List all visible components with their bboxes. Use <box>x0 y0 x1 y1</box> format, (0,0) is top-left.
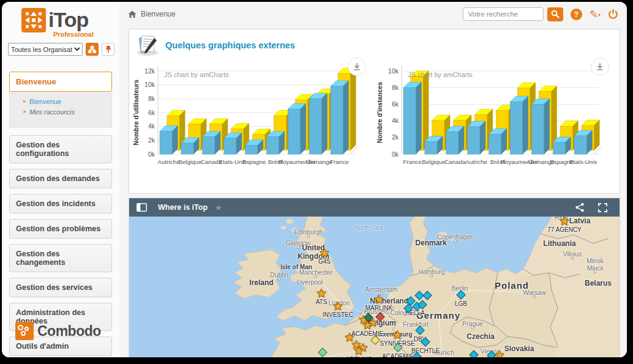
sidebar-group[interactable]: Gestion des demandes <box>9 169 112 188</box>
combodo-icon <box>15 322 34 340</box>
svg-text:6k: 6k <box>148 109 155 116</box>
map-label: Liverpool <box>297 278 323 286</box>
map-label: Isle of Man <box>280 264 312 270</box>
map-marker-diamond[interactable] <box>393 343 403 352</box>
organization-select[interactable]: Toutes les Organisation <box>8 43 83 56</box>
map-label: Latvia <box>569 217 591 225</box>
map-marker-diamond[interactable] <box>421 337 430 347</box>
svg-text:0k: 0k <box>391 150 399 158</box>
map-marker-star[interactable]: ★ <box>319 247 329 259</box>
map-title: Where is iTop <box>158 203 208 212</box>
chart-download-button[interactable] <box>591 58 609 76</box>
map-label: Copenhagen <box>437 233 474 240</box>
content: Quelques graphiques externes <box>129 29 620 357</box>
map-label: Hamburg <box>418 268 444 275</box>
search-input[interactable] <box>463 7 544 21</box>
fullscreen-icon[interactable] <box>598 203 607 212</box>
combodo-logo: Combodo <box>15 322 101 340</box>
map-marker-star[interactable]: ★ <box>373 294 384 305</box>
svg-text:Belgique: Belgique <box>422 158 446 165</box>
map-marker-diamond[interactable] <box>415 325 425 335</box>
power-icon[interactable] <box>608 9 618 20</box>
search-button[interactable] <box>547 7 563 21</box>
sidebar-group[interactable]: Gestion des incidents <box>9 194 112 214</box>
sidebar-group[interactable]: Gestion des problèmes <box>9 219 112 239</box>
svg-text:2k: 2k <box>148 136 155 144</box>
svg-text:12k: 12k <box>144 67 155 75</box>
chart-svg: 0k2k4k6k8k10kJS chart by amChartsFranceB… <box>375 58 616 186</box>
svg-text:Nombre d'instances: Nombre d'instances <box>376 82 383 143</box>
edit-menu-icon[interactable]: ✎▾ <box>590 8 601 21</box>
marker-label: ACADEMIE <box>382 353 414 358</box>
svg-text:Etats-Unis: Etats-Unis <box>569 158 596 165</box>
sidebar-submenu: ▸Bienvenue▸Mes raccourcis <box>9 92 112 128</box>
sidebar-item-bienvenue[interactable]: Bienvenue <box>9 72 112 92</box>
marker-label: LGB <box>455 300 467 307</box>
map-label: Frankfurt <box>403 321 429 328</box>
map-panel: Where is iTop ★ <box>129 198 620 357</box>
map-label: Glasgow <box>286 239 311 247</box>
map-label: Manchester <box>299 269 333 276</box>
map-marker-diamond[interactable] <box>412 352 422 357</box>
svg-text:10k: 10k <box>144 81 155 88</box>
sidebar: iTop Professional Toutes les Organisatio… <box>2 2 119 357</box>
svg-text:8k: 8k <box>391 84 399 91</box>
breadcrumb-label: Bienvenue <box>141 10 176 18</box>
map-marker-diamond[interactable] <box>469 350 479 357</box>
submenu-item[interactable]: ▸Bienvenue <box>23 98 108 105</box>
map-label: Prague <box>462 320 483 327</box>
svg-text:4k: 4k <box>148 122 155 130</box>
sidebar-group[interactable]: Gestion des changements <box>9 244 112 272</box>
map-marker-star[interactable]: ★ <box>494 349 504 358</box>
map-marker-diamond[interactable] <box>403 303 413 313</box>
sidebar-group[interactable]: Gestion des services <box>9 278 112 297</box>
map-marker-star[interactable]: ★ <box>316 288 326 299</box>
charts-panel: Quelques graphiques externes <box>129 29 620 194</box>
map-marker-star[interactable]: ★ <box>392 329 402 341</box>
section-title: Quelques graphiques externes <box>165 40 295 50</box>
map-label: Amsterdam <box>365 286 398 293</box>
pin-button[interactable] <box>102 43 114 56</box>
help-icon[interactable]: ? <box>571 9 582 20</box>
map-marker-star[interactable]: ★ <box>559 217 569 227</box>
map[interactable]: North SeaEdinburghGlasgowUnited KingdomI… <box>129 217 620 357</box>
home-icon[interactable] <box>128 10 137 18</box>
share-icon[interactable] <box>575 202 585 212</box>
logo: iTop Professional <box>2 2 119 38</box>
chart-users: 0k2k4k6k8k10k12kJS chart by amChartsAutr… <box>131 58 375 187</box>
svg-text:Autriche: Autriche <box>157 158 179 165</box>
svg-text:Autriche: Autriche <box>465 158 487 165</box>
map-marker-diamond[interactable] <box>370 335 380 345</box>
hierarchy-button[interactable] <box>86 43 99 56</box>
map-marker-diamond[interactable] <box>318 347 328 357</box>
map-label: Dublin <box>270 271 288 278</box>
logo-title: iTop <box>48 8 88 31</box>
amcharts-watermark: JS chart by amCharts <box>164 71 229 78</box>
panel-toggle-icon[interactable] <box>137 203 147 212</box>
map-marker-diamond[interactable] <box>422 291 432 300</box>
favorite-star-icon[interactable]: ★ <box>215 203 222 212</box>
search-icon <box>551 10 560 18</box>
svg-text:6k: 6k <box>391 100 399 108</box>
map-marker-diamond[interactable] <box>456 290 466 300</box>
chart-download-button[interactable] <box>348 58 366 76</box>
map-label: Munich <box>433 349 454 356</box>
map-label: Belarus <box>585 279 612 288</box>
map-label: Edinburgh <box>294 228 323 236</box>
map-header: Where is iTop ★ <box>129 198 620 217</box>
screenshot-frame: iTop Professional Toutes les Organisatio… <box>0 0 633 364</box>
svg-text:France: France <box>403 158 422 165</box>
map-label: Ireland <box>249 278 273 287</box>
map-marker-star[interactable]: ★ <box>353 345 364 357</box>
sidebar-group[interactable]: Gestion des configurations <box>9 135 112 163</box>
topbar: Bienvenue ? ✎▾ <box>119 2 627 26</box>
amcharts-watermark: JS chart by amCharts <box>408 71 473 78</box>
sidebar-menu: Bienvenue ▸Bienvenue▸Mes raccourcis Gest… <box>2 56 119 356</box>
svg-text:10k: 10k <box>388 67 399 75</box>
map-label: Lithuania <box>543 239 575 248</box>
chart-svg: 0k2k4k6k8k10k12kJS chart by amChartsAutr… <box>131 58 372 186</box>
submenu-item[interactable]: ▸Mes raccourcis <box>23 108 108 116</box>
notes-icon <box>136 34 159 56</box>
map-label: Minsk Мінск <box>586 257 603 272</box>
map-marker-star[interactable]: ★ <box>332 300 343 312</box>
